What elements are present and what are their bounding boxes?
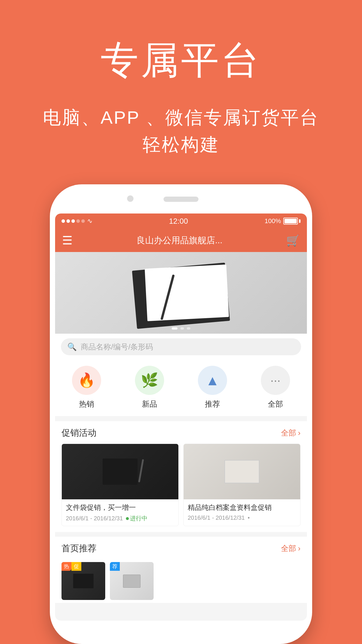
chevron-right-icon: › [298, 428, 301, 438]
promo-card-1[interactable]: 文件袋促销，买一增一 2016/6/1 - 2016/12/31 进行中 [61, 444, 179, 526]
promo-folder-visual [103, 459, 138, 485]
search-icon: 🔍 [67, 342, 77, 351]
promo-info-1: 文件袋促销，买一增一 2016/6/1 - 2016/12/31 进行中 [62, 499, 178, 526]
status-time: 12:00 [169, 217, 188, 226]
search-input[interactable]: 🔍 商品名称/编号/条形码 [61, 338, 301, 355]
tag-promo: 促 [71, 562, 81, 571]
category-label-new: 新品 [142, 399, 157, 409]
banner-dot-3 [187, 327, 190, 330]
tag-hot: 热 [61, 562, 71, 571]
category-item-all[interactable]: ··· 全部 [261, 366, 290, 409]
promo-section-header: 促销活动 全部 › [55, 421, 307, 444]
signal-dot-3 [71, 219, 75, 223]
new-icon: 🌿 [141, 372, 158, 388]
phone-camera [127, 195, 133, 202]
status-dot-1 [126, 517, 129, 520]
cart-icon[interactable]: 🛒 [286, 234, 300, 247]
promo-img-1 [62, 444, 178, 499]
status-bar: ∿ 12:00 100% [55, 214, 307, 229]
banner-dots [172, 327, 190, 330]
phone-screen: ∿ 12:00 100% ☰ 良山办公用品旗舰店... 🛒 [55, 214, 307, 621]
all-icon: ··· [270, 373, 280, 387]
promo-date-2: 2016/6/1 - 2016/12/31 [188, 514, 245, 521]
header-section: 专属平台 电脑、APP 、微信专属订货平台 轻松构建 [43, 35, 319, 158]
menu-icon[interactable]: ☰ [62, 234, 73, 247]
banner-dot-1 [172, 327, 178, 330]
category-circle-new: 🌿 [135, 366, 164, 395]
search-bar: 🔍 商品名称/编号/条形码 [55, 334, 307, 360]
sub-title-line2: 轻松构建 [43, 131, 319, 158]
sub-title: 电脑、APP 、微信专属订货平台 轻松构建 [43, 104, 319, 158]
battery-outer [283, 218, 298, 225]
home-rec-more[interactable]: 全部 › [281, 543, 301, 554]
product-row: 热 促 荐 [55, 559, 307, 603]
promo-date-row-2: 2016/6/1 - 2016/12/31 • [188, 514, 296, 521]
product-tag-2: 荐 [110, 562, 120, 571]
category-section: 🔥 热销 🌿 新品 ▲ 推荐 [55, 360, 307, 416]
store-name: 良山办公用品旗舰店... [136, 235, 222, 246]
banner-dot-2 [180, 327, 184, 330]
folder-paper [145, 265, 229, 321]
hot-icon: 🔥 [78, 372, 95, 388]
signal-dots [61, 219, 85, 223]
banner-img [55, 252, 307, 334]
small-folder-1 [73, 574, 94, 588]
promo-info-2: 精品纯白档案盒资料盒促销 2016/6/1 - 2016/12/31 • [184, 499, 300, 525]
promo-title-1: 文件袋促销，买一增一 [66, 503, 174, 512]
promo-img-2 [184, 444, 300, 499]
promo-date-row-1: 2016/6/1 - 2016/12/31 进行中 [66, 514, 174, 522]
product-mini-1[interactable]: 热 促 [61, 562, 105, 600]
promo-section: 促销活动 全部 › 文件袋促销，买一增 [55, 421, 307, 532]
status-left: ∿ [61, 217, 92, 225]
signal-dot-4 [76, 219, 80, 223]
category-circle-rec: ▲ [198, 366, 227, 395]
search-placeholder: 商品名称/编号/条形码 [81, 342, 153, 352]
promo-items: 文件袋促销，买一增一 2016/6/1 - 2016/12/31 进行中 [55, 444, 307, 532]
screen-scroll[interactable]: 🔍 商品名称/编号/条形码 🔥 热销 🌿 [55, 252, 307, 621]
category-circle-all: ··· [261, 366, 290, 395]
app-header: ☰ 良山办公用品旗舰店... 🛒 [55, 229, 307, 252]
rec-icon: ▲ [205, 372, 219, 388]
banner-area [55, 252, 307, 334]
signal-dot-5 [81, 219, 85, 223]
promo-section-more[interactable]: 全部 › [281, 428, 301, 438]
page: 专属平台 电脑、APP 、微信专属订货平台 轻松构建 [0, 0, 362, 644]
signal-dot-1 [61, 219, 65, 223]
category-item-hot[interactable]: 🔥 热销 [72, 366, 101, 409]
home-rec-title: 首页推荐 [61, 542, 96, 554]
promo-date-1: 2016/6/1 - 2016/12/31 [66, 515, 123, 522]
wifi-icon: ∿ [87, 217, 92, 225]
battery-inner [284, 219, 297, 223]
main-title: 专属平台 [43, 35, 319, 86]
tag-blue: 荐 [110, 562, 120, 571]
promo-section-title: 促销活动 [61, 427, 96, 439]
battery-bar [283, 218, 301, 225]
category-item-rec[interactable]: ▲ 推荐 [198, 366, 227, 409]
promo-box-visual [224, 460, 259, 483]
status-right: 100% [265, 217, 301, 225]
category-circle-hot: 🔥 [72, 366, 101, 395]
product-mini-2[interactable]: 荐 [110, 562, 154, 600]
promo-status-1: 进行中 [126, 514, 147, 522]
promo-status-2: • [248, 514, 250, 521]
category-item-new[interactable]: 🌿 新品 [135, 366, 164, 409]
home-rec-section: 首页推荐 全部 › 热 [55, 537, 307, 603]
category-label-hot: 热销 [79, 399, 94, 409]
promo-title-2: 精品纯白档案盒资料盒促销 [188, 503, 296, 512]
chevron-right-icon-2: › [298, 544, 301, 553]
category-label-all: 全部 [268, 399, 283, 409]
folder-visual [126, 261, 236, 325]
promo-card-2[interactable]: 精品纯白档案盒资料盒促销 2016/6/1 - 2016/12/31 • [183, 444, 301, 526]
battery-tip [299, 219, 301, 223]
home-rec-header: 首页推荐 全部 › [55, 537, 307, 559]
small-box-1 [123, 575, 140, 588]
phone-speaker [164, 197, 198, 202]
product-tag-1: 热 促 [61, 562, 81, 571]
sub-title-line1: 电脑、APP 、微信专属订货平台 [43, 104, 319, 131]
phone-mockup: ∿ 12:00 100% ☰ 良山办公用品旗舰店... 🛒 [50, 184, 312, 644]
category-label-rec: 推荐 [205, 399, 220, 409]
battery-percentage: 100% [265, 217, 281, 225]
signal-dot-2 [66, 219, 70, 223]
